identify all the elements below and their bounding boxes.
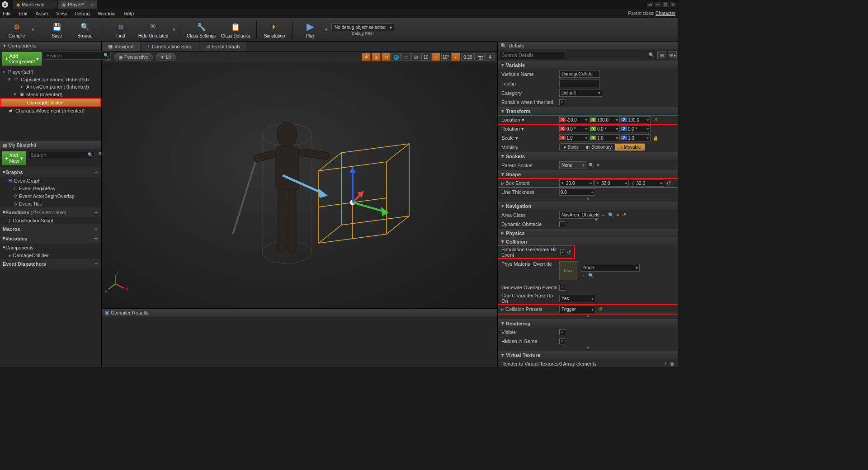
rotate-mode-icon[interactable]: ⟲ [382, 53, 391, 61]
sim-hit-checkbox[interactable]: ✓ [560, 249, 565, 255]
variable-name-input[interactable] [559, 70, 600, 78]
browse-asset-icon[interactable]: 🔍 [608, 212, 613, 217]
box-extent-y-input[interactable] [600, 181, 624, 186]
reset-sim-hit-icon[interactable]: ↺ [567, 249, 571, 255]
browse-button[interactable]: 🔍 Browse [72, 19, 98, 41]
grid-size[interactable]: 10 [421, 53, 430, 61]
overlap-checkbox[interactable]: ✓ [559, 285, 565, 291]
phys-mat-dropdown[interactable]: None [581, 264, 640, 272]
translate-mode-icon[interactable]: ⊕ [372, 53, 381, 61]
menu-view[interactable]: View [56, 11, 67, 16]
camera-speed-icon[interactable]: 📷 [476, 53, 485, 61]
window-minimize-icon[interactable]: — [655, 2, 661, 7]
angle-snap-icon[interactable]: △ [431, 53, 440, 61]
rotation-z-input[interactable] [627, 127, 646, 132]
event-dispatchers-section[interactable]: Event Dispatchers＋ [0, 259, 101, 268]
box-extent-x-input[interactable] [565, 181, 589, 186]
clear-socket-icon[interactable]: ✕ [596, 163, 600, 168]
select-mode-icon[interactable]: ✥ [362, 53, 371, 61]
window-close-icon[interactable]: × [670, 2, 676, 7]
add-macro-button[interactable]: ＋ [94, 226, 99, 232]
scale-value[interactable]: 0.25 [461, 53, 475, 61]
location-label[interactable]: Location ▾ [501, 117, 559, 123]
step-up-dropdown[interactable]: Yes [559, 295, 595, 302]
tree-item-damage-collider[interactable]: ▢ DamageCollider [0, 98, 101, 107]
parent-socket-input[interactable]: None [559, 161, 586, 169]
tab-viewport[interactable]: ▦Viewport [102, 42, 140, 51]
find-button[interactable]: ⊕ Find [108, 19, 134, 41]
box-extent-label[interactable]: ▹ Box Extent [501, 180, 559, 186]
components-vars-section[interactable]: ▾Components [0, 243, 101, 252]
location-z-input[interactable] [627, 118, 646, 122]
add-variable-button[interactable]: ＋ [94, 235, 99, 242]
mobility-stationary-button[interactable]: ◐Stationary [582, 144, 615, 150]
rotation-y-input[interactable] [596, 127, 615, 132]
eventgraph-item[interactable]: ⊞EventGraph [0, 177, 101, 184]
section-collision[interactable]: ▾Collision [498, 237, 678, 246]
simulation-button[interactable]: ⏵ Simulation [261, 19, 288, 41]
window-maximize-icon[interactable]: □ [662, 2, 669, 7]
reset-box-extent-icon[interactable]: ↺ [667, 180, 671, 186]
play-button[interactable]: ▶ Play [297, 19, 323, 41]
property-matrix-icon[interactable]: ⊞ [657, 51, 666, 59]
tab-event-graph[interactable]: ⊞Event Graph [200, 42, 246, 51]
graphs-section[interactable]: ▾Graphs＋ [0, 167, 101, 177]
mobility-static-button[interactable]: ●Static [560, 144, 582, 150]
surface-snap-icon[interactable]: ▭ [401, 53, 410, 61]
line-thickness-input[interactable] [560, 190, 590, 195]
grid-snap-icon[interactable]: ⊞ [411, 53, 420, 61]
debug-object-dropdown[interactable]: No debug object selected [331, 24, 394, 31]
add-new-button[interactable]: +Add New▾ [2, 151, 26, 165]
perspective-button[interactable]: ◉ Perspective [114, 53, 153, 61]
class-defaults-button[interactable]: 📋 Class Defaults [219, 19, 252, 41]
scale-y-input[interactable] [596, 136, 615, 141]
rotation-x-input[interactable] [566, 127, 584, 132]
blueprint-search-input[interactable] [28, 151, 95, 159]
collision-presets-dropdown[interactable]: Trigger [559, 306, 595, 313]
menu-file[interactable]: File [3, 11, 11, 16]
reset-presets-icon[interactable]: ↺ [598, 306, 602, 312]
event-actorbeginoverlap[interactable]: ◇Event ActorBeginOverlap [0, 192, 101, 200]
details-search-input[interactable] [499, 51, 566, 59]
section-transform[interactable]: ▾Transform [498, 107, 678, 115]
menu-edit[interactable]: Edit [19, 11, 28, 16]
area-class-dropdown[interactable]: NavArea_Obstacle [559, 211, 599, 219]
close-icon[interactable]: × [91, 2, 94, 7]
tree-root-player[interactable]: ▸Player(self) [0, 68, 101, 75]
construction-script-item[interactable]: ƒConstructionScript [0, 217, 101, 224]
visibility-icon[interactable]: 👁▾ [668, 51, 677, 59]
angle-value[interactable]: 10° [441, 53, 450, 61]
location-y-input[interactable] [596, 118, 615, 122]
components-search-input[interactable] [44, 52, 111, 60]
browse-asset-icon[interactable]: 🔍 [588, 273, 594, 278]
event-tick[interactable]: ◇Event Tick [0, 200, 101, 207]
expand-rendering-icon[interactable]: ▼ [586, 346, 590, 350]
section-variable[interactable]: ▾Variable [498, 61, 678, 69]
use-selected-icon[interactable]: ← [582, 273, 587, 278]
use-selected-icon[interactable]: ← [601, 212, 606, 217]
macros-section[interactable]: Macros＋ [0, 224, 101, 234]
menu-help[interactable]: Help [123, 11, 134, 16]
section-physics[interactable]: ▹Physics [498, 229, 678, 237]
save-button[interactable]: 💾 Save [44, 19, 70, 41]
menu-debug[interactable]: Debug [75, 11, 90, 16]
section-sockets[interactable]: ▾Sockets [498, 152, 678, 160]
tooltip-input[interactable] [559, 80, 600, 87]
search-socket-icon[interactable]: 🔍 [589, 163, 594, 168]
box-extent-z-input[interactable] [636, 181, 660, 186]
tree-item-mesh[interactable]: ▾▣ Mesh (Inherited) [0, 90, 101, 98]
rotation-label[interactable]: Rotation ▾ [501, 126, 559, 132]
add-array-icon[interactable]: ＋ [663, 361, 668, 367]
add-graph-button[interactable]: ＋ [94, 169, 99, 175]
editable-inherited-checkbox[interactable]: ✓ [559, 99, 565, 105]
window-console-icon[interactable]: ▭ [647, 2, 653, 7]
scale-snap-icon[interactable]: ▪ [451, 53, 460, 61]
expand-collision-icon[interactable]: ▼ [586, 315, 590, 319]
dynamic-obstacle-checkbox[interactable] [559, 221, 565, 227]
reset-location-icon[interactable]: ↺ [653, 117, 657, 123]
scale-z-input[interactable] [627, 136, 646, 141]
clear-array-icon[interactable]: 🗑 [670, 362, 675, 367]
menu-asset[interactable]: Asset [36, 11, 48, 16]
hidden-checkbox[interactable]: ✓ [559, 338, 565, 344]
event-beginplay[interactable]: ◇Event BeginPlay [0, 184, 101, 192]
